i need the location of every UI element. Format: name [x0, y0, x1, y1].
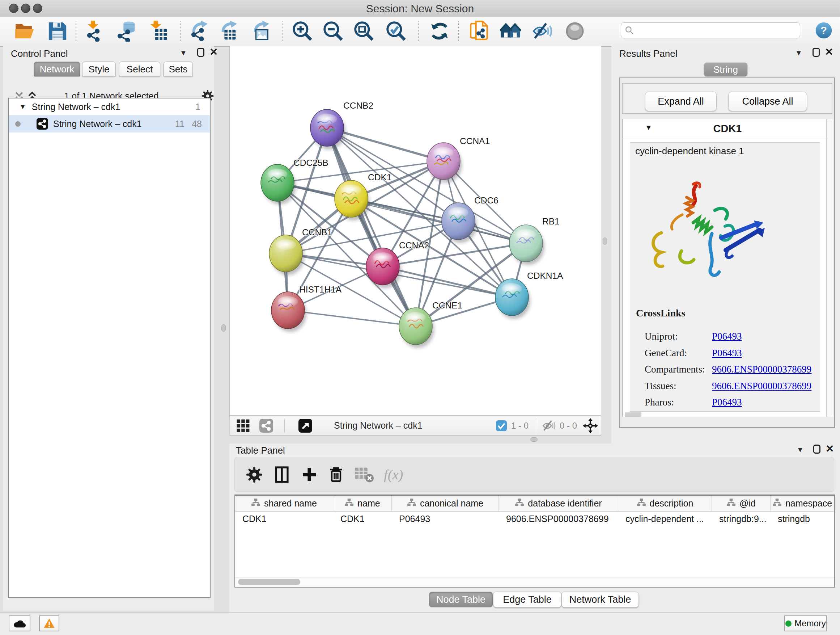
column-header-description[interactable]: description — [618, 496, 712, 511]
export-table-button[interactable] — [218, 21, 239, 42]
zoom-fit-button[interactable] — [354, 21, 374, 42]
string-network-icon — [36, 118, 48, 130]
warnings-button[interactable] — [39, 616, 59, 631]
control-panel-close-icon[interactable]: ✕ — [210, 48, 218, 57]
zoom-selected-button[interactable] — [386, 21, 407, 42]
memory-label: Memory — [794, 618, 826, 629]
crosslink-link[interactable]: P06493 — [712, 348, 742, 358]
right-splitter-handle[interactable] — [603, 238, 607, 245]
cloud-button[interactable] — [9, 616, 30, 631]
network-edge-CCNB2-CCNE1[interactable] — [327, 128, 416, 326]
column-header--id[interactable]: @id — [712, 496, 771, 511]
tab-network-table[interactable]: Network Table — [561, 592, 639, 608]
grid-view-icon[interactable] — [236, 419, 250, 432]
import-network-database-button[interactable] — [117, 21, 137, 42]
tab-node-table[interactable]: Node Table — [429, 592, 493, 608]
network-canvas[interactable]: CCNB2CCNA1CDC25BCDK1CDC6RB1CCNB1CCNA2CDK… — [230, 46, 601, 415]
tab-sets[interactable]: Sets — [164, 62, 193, 77]
open-session-button[interactable] — [15, 21, 36, 42]
delete-table-icon[interactable] — [354, 466, 374, 483]
show-columns-icon[interactable] — [273, 466, 291, 483]
table-cell[interactable]: stringdb — [771, 511, 834, 526]
selected-checkbox-icon[interactable] — [496, 420, 507, 431]
search-icon — [625, 26, 634, 35]
export-network-button[interactable] — [189, 21, 210, 42]
network-view-toolbar: String Network – cdk1 1 - 0 0 - 0 — [229, 416, 601, 435]
crosslink-link[interactable]: 9606.ENSP00000378699 — [712, 380, 812, 391]
function-builder-icon: f(x) — [380, 466, 411, 483]
table-panel-float-icon[interactable] — [813, 445, 821, 454]
column-header-name[interactable]: name — [333, 496, 392, 511]
network-node-label-rb1: RB1 — [542, 217, 560, 226]
expand-all-button[interactable]: Expand All — [645, 92, 717, 111]
results-buttons-box: Expand All Collapse All — [622, 83, 832, 114]
delete-column-icon[interactable] — [327, 466, 345, 483]
zoom-out-button[interactable] — [323, 21, 344, 42]
network-current-dot — [15, 121, 21, 127]
table-hscroll-thumb[interactable] — [238, 579, 300, 585]
tab-select[interactable]: Select — [119, 62, 160, 77]
birds-eye-view-icon[interactable] — [298, 419, 312, 432]
tab-style[interactable]: Style — [82, 62, 116, 77]
create-column-icon[interactable] — [301, 466, 318, 483]
results-panel-collapse-icon[interactable]: ▼ — [795, 49, 802, 57]
network-type-icon[interactable] — [259, 419, 273, 432]
table-cell[interactable]: cyclin-dependent ... — [618, 511, 712, 526]
table-cell[interactable]: CDK1 — [333, 511, 392, 526]
table-options-gear-icon[interactable] — [246, 466, 263, 483]
move-crosshair-icon[interactable] — [583, 418, 598, 433]
bottom-splitter-handle[interactable] — [531, 437, 538, 442]
toolbar-separator — [180, 21, 180, 41]
network-edge-HIST1H1A-CCNE1[interactable] — [288, 310, 416, 326]
table-hscrollbar[interactable] — [235, 577, 834, 587]
show-hide-graphics-button[interactable] — [532, 21, 553, 42]
control-panel-float-icon[interactable] — [197, 48, 204, 57]
gene-header-row[interactable]: ▼ CDK1 — [622, 119, 832, 139]
tab-edge-table[interactable]: Edge Table — [493, 592, 561, 608]
table-cell[interactable]: 9606.ENSP00000378699 — [499, 511, 618, 526]
gene-details-box: cyclin-dependent kinase 1 — [630, 142, 820, 412]
crosslink-link[interactable]: 9606.ENSP00000378699 — [712, 364, 812, 375]
network-node-label-ccna2: CCNA2 — [399, 241, 429, 250]
import-network-file-button[interactable] — [83, 21, 104, 42]
refresh-view-button[interactable] — [429, 21, 450, 42]
search-input[interactable] — [634, 24, 800, 37]
tab-string[interactable]: String — [704, 63, 747, 76]
search-field[interactable] — [621, 22, 800, 38]
table-cell[interactable]: stringdb:9... — [712, 511, 771, 526]
import-table-file-button[interactable] — [148, 21, 169, 42]
results-panel-close-icon[interactable]: ✕ — [825, 48, 833, 57]
tab-network[interactable]: Network — [34, 62, 80, 77]
network-collection-row[interactable]: ▼ String Network – cdk1 1 — [9, 98, 210, 115]
crosslink-link[interactable]: P06493 — [712, 397, 742, 408]
results-scrollbar[interactable] — [826, 119, 833, 417]
control-panel-collapse-icon[interactable]: ▼ — [180, 49, 187, 57]
column-header-canonical-name[interactable]: canonical name — [392, 496, 499, 511]
column-header-database-identifier[interactable]: database identifier — [499, 496, 618, 511]
zoom-in-button[interactable] — [292, 21, 313, 42]
save-session-button[interactable] — [47, 21, 68, 42]
column-header-namespace[interactable]: namespace — [771, 496, 834, 511]
export-image-button[interactable] — [250, 21, 271, 42]
home-pages-button[interactable] — [500, 21, 521, 42]
crosslink-link[interactable]: P06493 — [712, 331, 742, 342]
results-scroll-thumb[interactable] — [625, 412, 641, 417]
network-row-selected[interactable]: String Network – cdk1 11 48 — [9, 115, 210, 133]
table-panel-collapse-icon[interactable]: ▼ — [797, 446, 804, 454]
share-session-button[interactable] — [469, 21, 490, 42]
left-splitter-handle[interactable] — [221, 325, 226, 332]
memory-button[interactable]: Memory — [784, 616, 827, 631]
tree-expand-icon[interactable]: ▼ — [19, 103, 26, 111]
help-button[interactable]: ? — [815, 22, 832, 39]
table-panel-close-icon[interactable]: ✕ — [826, 444, 834, 453]
network-view: CCNB2CCNA1CDC25BCDK1CDC6RB1CCNB1CCNA2CDK… — [229, 46, 601, 435]
eye-disabled-button[interactable] — [564, 21, 585, 42]
table-cell[interactable]: P06493 — [392, 511, 499, 526]
collapse-all-button[interactable]: Collapse All — [728, 92, 807, 111]
network-canvas-area[interactable]: CCNB2CCNA1CDC25BCDK1CDC6RB1CCNB1CCNA2CDK… — [229, 46, 601, 416]
table-cell[interactable]: CDK1 — [235, 511, 333, 526]
column-header-shared-name[interactable]: shared name — [235, 496, 333, 511]
table-row[interactable]: CDK1CDK1P064939606.ENSP00000378699cyclin… — [235, 511, 834, 526]
hidden-eye-icon[interactable] — [542, 420, 556, 432]
results-panel-float-icon[interactable] — [813, 48, 820, 57]
